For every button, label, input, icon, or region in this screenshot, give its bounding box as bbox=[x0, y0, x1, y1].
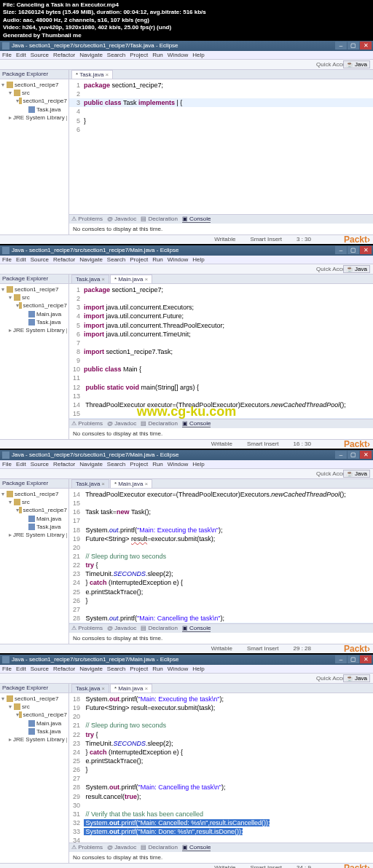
tree-item[interactable]: Task.java bbox=[1, 523, 67, 531]
project-tree[interactable]: ▾section1_recipe7▾src▾section1_recipe7Ma… bbox=[0, 489, 68, 540]
menu-item[interactable]: Refactor bbox=[53, 256, 75, 263]
maximize-button[interactable]: ▢ bbox=[348, 655, 359, 663]
close-tab-icon[interactable]: × bbox=[101, 276, 105, 283]
code-line[interactable]: 19 Future<String> result=executor.submit… bbox=[69, 534, 373, 543]
expand-icon[interactable]: ▸ bbox=[9, 326, 12, 334]
menu-item[interactable]: Project bbox=[130, 461, 148, 467]
code-line[interactable]: 32 System.out.printf("Main: Cancelled: %… bbox=[69, 818, 373, 827]
package-explorer[interactable]: Package Explorer ▾section1_recipe7▾src▾s… bbox=[0, 479, 69, 644]
menu-item[interactable]: Navigate bbox=[79, 666, 103, 672]
code-line[interactable]: 6import java.util.concurrent.TimeUnit; bbox=[69, 330, 373, 339]
code-line[interactable]: 13 bbox=[69, 392, 373, 401]
tree-item[interactable]: Main.java bbox=[1, 515, 67, 523]
code-line[interactable]: 3import java.util.concurrent.Executors; bbox=[69, 303, 373, 312]
code-line[interactable]: 26 } bbox=[69, 596, 373, 605]
code-line[interactable]: 16 Task task=new Task(); bbox=[69, 508, 373, 516]
bottom-panel[interactable]: ⚠ Problems@ Javadoc▤ Declaration▣ Consol… bbox=[69, 214, 373, 234]
close-tab-icon[interactable]: × bbox=[101, 481, 105, 487]
code-line[interactable]: 3public class Task implements | { bbox=[69, 98, 373, 107]
code-line[interactable]: 25 e.printStackTrace(); bbox=[69, 757, 373, 765]
tree-item[interactable]: ▾section1_recipe7 bbox=[1, 695, 67, 703]
package-explorer[interactable]: Package Explorer ▾section1_recipe7▾src▾s… bbox=[0, 684, 69, 863]
code-line[interactable]: 18 System.out.printf("Main: Executing th… bbox=[69, 526, 373, 534]
menu-item[interactable]: Window bbox=[168, 461, 188, 467]
panel-tab[interactable]: ⚠ Problems bbox=[71, 420, 103, 427]
perspective-button[interactable]: ☕ Java bbox=[343, 60, 370, 68]
close-tab-icon[interactable]: × bbox=[144, 276, 148, 283]
code-line[interactable]: 15 bbox=[69, 499, 373, 508]
menu-item[interactable]: Run bbox=[152, 461, 163, 467]
menu-item[interactable]: Project bbox=[130, 52, 148, 58]
maximize-button[interactable]: ▢ bbox=[348, 246, 359, 254]
close-tab-icon[interactable]: × bbox=[101, 685, 105, 692]
code-line[interactable]: 2 bbox=[69, 90, 373, 98]
code-line[interactable]: 33 System.out.printf("Main: Done: %s\n",… bbox=[69, 827, 373, 836]
editor-tab[interactable]: *Main.java× bbox=[110, 275, 152, 283]
expand-icon[interactable]: ▾ bbox=[1, 695, 7, 703]
menu-item[interactable]: Search bbox=[107, 52, 125, 58]
window-titlebar[interactable]: Java - section1_recipe7/src/section1_rec… bbox=[0, 450, 373, 460]
bottom-panel[interactable]: ⚠ Problems@ Javadoc▤ Declaration▣ Consol… bbox=[69, 843, 373, 863]
expand-icon[interactable]: ▾ bbox=[1, 285, 7, 293]
tree-item[interactable]: ▾section1_recipe7 bbox=[1, 301, 67, 309]
menu-item[interactable]: Help bbox=[192, 52, 204, 58]
code-line[interactable]: 14 ThreadPoolExecutor executor=(ThreadPo… bbox=[69, 401, 373, 409]
tree-item[interactable]: Main.java bbox=[1, 719, 67, 727]
view-title[interactable]: Package Explorer bbox=[0, 479, 68, 489]
code-editor[interactable]: 14 ThreadPoolExecutor executor=(ThreadPo… bbox=[69, 489, 373, 623]
menu-item[interactable]: File bbox=[2, 666, 12, 672]
tree-item[interactable]: ▾src bbox=[1, 89, 67, 97]
tree-item[interactable]: ▸JRE System Library [Java bbox=[1, 326, 67, 334]
editor-tabs[interactable]: *Task.java× bbox=[69, 70, 373, 79]
menubar[interactable]: FileEditSourceRefactorNavigateSearchProj… bbox=[0, 460, 373, 469]
code-line[interactable]: 20 bbox=[69, 543, 373, 552]
expand-icon[interactable]: ▾ bbox=[9, 703, 14, 711]
tree-item[interactable]: ▾section1_recipe7 bbox=[1, 711, 67, 719]
code-line[interactable]: 30 bbox=[69, 801, 373, 810]
code-line[interactable]: 2 bbox=[69, 294, 373, 303]
menu-item[interactable]: Edit bbox=[16, 256, 26, 263]
close-tab-icon[interactable]: × bbox=[105, 71, 109, 78]
code-line[interactable]: 28 System.out.printf("Main: Cancelling t… bbox=[69, 783, 373, 792]
editor-tabs[interactable]: Task.java×*Main.java× bbox=[69, 684, 373, 693]
menu-item[interactable]: Refactor bbox=[53, 666, 75, 672]
panel-tab[interactable]: ▣ Console bbox=[182, 625, 211, 632]
expand-icon[interactable]: ▸ bbox=[9, 114, 12, 122]
minimize-button[interactable]: – bbox=[335, 42, 347, 50]
code-line[interactable]: 4 bbox=[69, 107, 373, 116]
menubar[interactable]: FileEditSourceRefactorNavigateSearchProj… bbox=[0, 256, 373, 264]
menu-item[interactable]: Source bbox=[31, 52, 49, 58]
toolbar[interactable]: Quick Access ☕ Java bbox=[0, 264, 373, 275]
minimize-button[interactable]: – bbox=[335, 451, 347, 459]
maximize-button[interactable]: ▢ bbox=[348, 451, 359, 459]
tree-item[interactable]: ▾section1_recipe7 bbox=[1, 506, 67, 514]
code-line[interactable]: 22 try { bbox=[69, 730, 373, 739]
window-titlebar[interactable]: Java - section1_recipe7/src/section1_rec… bbox=[0, 41, 373, 51]
tree-item[interactable]: Main.java bbox=[1, 310, 67, 318]
tree-item[interactable]: ▾src bbox=[1, 293, 67, 301]
code-line[interactable]: 5} bbox=[69, 117, 373, 125]
perspective-button[interactable]: ☕ Java bbox=[343, 674, 370, 682]
menubar[interactable]: FileEditSourceRefactorNavigateSearchProj… bbox=[0, 51, 373, 60]
panel-tab[interactable]: ▣ Console bbox=[182, 420, 211, 427]
menu-item[interactable]: Navigate bbox=[79, 256, 103, 263]
menu-item[interactable]: Search bbox=[107, 256, 125, 263]
view-title[interactable]: Package Explorer bbox=[0, 70, 68, 79]
tree-item[interactable]: ▸JRE System Library [Java bbox=[1, 114, 67, 122]
editor-tabs[interactable]: Task.java×*Main.java× bbox=[69, 479, 373, 489]
menu-item[interactable]: Navigate bbox=[79, 52, 103, 58]
code-line[interactable]: 21 // Sleep during two seconds bbox=[69, 721, 373, 730]
code-line[interactable]: 24 } catch (InterruptedException e) { bbox=[69, 748, 373, 757]
perspective-button[interactable]: ☕ Java bbox=[343, 470, 370, 478]
window-titlebar[interactable]: Java - section1_recipe7/src/section1_rec… bbox=[0, 655, 373, 665]
project-tree[interactable]: ▾section1_recipe7▾src▾section1_recipe7Ta… bbox=[0, 79, 68, 123]
menu-item[interactable]: File bbox=[2, 256, 12, 263]
code-line[interactable]: 15 bbox=[69, 409, 373, 418]
expand-icon[interactable]: ▾ bbox=[1, 490, 7, 498]
code-line[interactable]: 24 } catch (InterruptedException e) { bbox=[69, 578, 373, 587]
close-button[interactable]: ✕ bbox=[360, 451, 372, 459]
maximize-button[interactable]: ▢ bbox=[348, 42, 359, 50]
expand-icon[interactable]: ▾ bbox=[9, 293, 14, 301]
panel-tabs[interactable]: ⚠ Problems@ Javadoc▤ Declaration▣ Consol… bbox=[69, 843, 373, 852]
code-line[interactable]: 22 try { bbox=[69, 561, 373, 569]
